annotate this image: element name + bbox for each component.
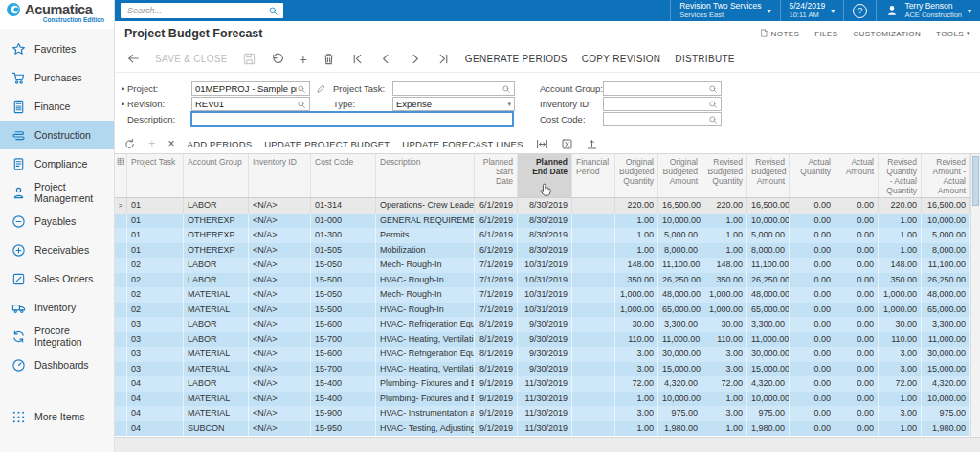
- cell-planned-start-date[interactable]: 6/1/2019: [475, 228, 518, 243]
- column-header-revised-budgeted-amount[interactable]: Revised Budgeted Amount: [747, 154, 790, 197]
- cell-financial-period[interactable]: [572, 347, 615, 362]
- cell-original-budgeted-amount[interactable]: 1,980.00: [658, 421, 702, 437]
- cell-financial-period[interactable]: [572, 376, 615, 392]
- row-selector[interactable]: [115, 362, 127, 377]
- cell-revised-quantity-actual-quantity[interactable]: 110.00: [879, 332, 922, 348]
- cell-revised-quantity-actual-quantity[interactable]: 1.00: [879, 243, 922, 259]
- global-search[interactable]: [121, 3, 283, 18]
- cell-original-budgeted-quantity[interactable]: 3.00: [615, 347, 658, 362]
- column-header-planned-start-date[interactable]: Planned Start Date: [475, 154, 518, 197]
- cell-account-group[interactable]: LABOR: [184, 198, 249, 214]
- table-row[interactable]: 03MATERIAL<N/A>15-600HVAC- Refrigeration…: [115, 347, 970, 362]
- cell-account-group[interactable]: LABOR: [184, 332, 249, 348]
- customization-button[interactable]: CUSTOMIZATION: [853, 30, 921, 38]
- column-header-financial-period[interactable]: Financial Period: [572, 154, 615, 197]
- cell-original-budgeted-amount[interactable]: 3,300.00: [658, 317, 702, 332]
- cost-code-field[interactable]: [603, 112, 722, 126]
- cell-planned-start-date[interactable]: 9/1/2019: [475, 376, 518, 392]
- magnifier-icon[interactable]: [501, 84, 511, 94]
- cell-actual-quantity[interactable]: 0.00: [790, 392, 835, 407]
- cell-actual-amount[interactable]: 0.00: [835, 273, 879, 288]
- cell-planned-start-date[interactable]: 9/1/2019: [475, 392, 518, 407]
- cell-planned-start-date[interactable]: 7/1/2019: [475, 258, 518, 273]
- refresh-icon[interactable]: [123, 138, 136, 150]
- cell-original-budgeted-amount[interactable]: 10,000.00: [658, 214, 702, 229]
- sidebar-item-compliance[interactable]: Compliance: [0, 149, 114, 178]
- cell-description[interactable]: Operations- Crew Leader: [376, 198, 475, 214]
- cell-description[interactable]: Plumbing- Fixtures and Equip...: [376, 376, 475, 392]
- cell-project-task[interactable]: 03: [127, 362, 184, 377]
- table-row[interactable]: 01OTHEREXP<N/A>01-300Permits6/1/20198/30…: [115, 228, 970, 243]
- column-header-planned-end-date[interactable]: Planned End Date: [518, 154, 572, 197]
- cell-revised-budgeted-amount[interactable]: 10,000.00: [747, 392, 790, 407]
- cell-revised-amount-actual-amount[interactable]: 975.00: [922, 406, 970, 421]
- cell-inventory-id[interactable]: <N/A>: [249, 228, 311, 243]
- cell-original-budgeted-amount[interactable]: 65,000.00: [658, 303, 702, 318]
- cell-planned-end-date[interactable]: 9/30/2019: [518, 332, 572, 348]
- row-selector[interactable]: [115, 332, 127, 348]
- cell-description[interactable]: HVAC- Testing, Adjusting, and...: [376, 421, 475, 437]
- cell-revised-quantity-actual-quantity[interactable]: 3.00: [879, 347, 922, 362]
- cell-actual-quantity[interactable]: 0.00: [790, 214, 835, 229]
- table-row[interactable]: 01OTHEREXP<N/A>01-505Mobilization6/1/201…: [115, 243, 970, 259]
- sidebar-item-more-items[interactable]: More Items: [0, 402, 114, 431]
- cell-original-budgeted-quantity[interactable]: 72.00: [615, 376, 658, 392]
- cell-planned-end-date[interactable]: 10/31/2019: [518, 287, 572, 303]
- cell-description[interactable]: HVAC- Heating, Ventilating, an...: [376, 332, 475, 348]
- cell-actual-amount[interactable]: 0.00: [835, 362, 879, 377]
- cell-description[interactable]: Permits: [376, 228, 475, 243]
- cell-cost-code[interactable]: 15-050: [311, 287, 376, 303]
- project-task-field[interactable]: [392, 81, 515, 96]
- column-header-actual-quantity[interactable]: Actual Quantity: [790, 154, 835, 197]
- cell-description[interactable]: GENERAL REQUIREMENTS: [376, 214, 475, 229]
- cell-revised-budgeted-quantity[interactable]: 1.00: [702, 214, 747, 229]
- cell-inventory-id[interactable]: <N/A>: [249, 317, 311, 332]
- user-menu[interactable]: Terry Benson ACE Construction ▾: [876, 0, 980, 21]
- cell-revised-quantity-actual-quantity[interactable]: 72.00: [879, 376, 922, 392]
- cell-original-budgeted-quantity[interactable]: 110.00: [615, 332, 658, 348]
- cell-revised-quantity-actual-quantity[interactable]: 148.00: [879, 258, 922, 273]
- cell-planned-end-date[interactable]: 8/30/2019: [518, 228, 572, 243]
- cell-original-budgeted-amount[interactable]: 4,320.00: [658, 376, 702, 392]
- cell-revised-amount-actual-amount[interactable]: 48,000.00: [922, 287, 970, 303]
- cell-project-task[interactable]: 02: [127, 258, 184, 273]
- cell-cost-code[interactable]: 15-950: [311, 421, 376, 437]
- column-header-original-budgeted-amount[interactable]: Original Budgeted Amount: [658, 154, 702, 197]
- cell-revised-quantity-actual-quantity[interactable]: 1.00: [879, 228, 922, 243]
- cell-planned-end-date[interactable]: 11/30/2019: [518, 421, 572, 437]
- cell-cost-code[interactable]: 15-500: [311, 303, 376, 318]
- cell-project-task[interactable]: 01: [127, 214, 184, 229]
- files-button[interactable]: FILES: [814, 30, 837, 38]
- sidebar-item-receivables[interactable]: Receivables: [0, 236, 114, 264]
- cell-financial-period[interactable]: [572, 258, 615, 273]
- cell-revised-budgeted-amount[interactable]: 30,000.00: [747, 347, 790, 362]
- row-selector[interactable]: [115, 287, 127, 303]
- cell-cost-code[interactable]: 15-400: [311, 376, 376, 392]
- cell-description[interactable]: HVAC- Refrigeration Equipment: [376, 317, 475, 332]
- cell-actual-amount[interactable]: 0.00: [835, 287, 879, 303]
- cell-revised-quantity-actual-quantity[interactable]: 30.00: [879, 317, 922, 332]
- cell-inventory-id[interactable]: <N/A>: [249, 392, 311, 407]
- cell-cost-code[interactable]: 01-505: [311, 243, 376, 259]
- cell-revised-budgeted-quantity[interactable]: 110.00: [702, 332, 747, 348]
- add-periods-button[interactable]: ADD PERIODS: [188, 139, 253, 149]
- cell-account-group[interactable]: MATERIAL: [184, 347, 249, 362]
- sidebar-item-purchases[interactable]: Purchases: [0, 63, 114, 92]
- fit-width-icon[interactable]: [536, 138, 548, 150]
- cell-planned-start-date[interactable]: 8/1/2019: [475, 362, 518, 377]
- cell-revised-amount-actual-amount[interactable]: 3,300.00: [922, 317, 970, 332]
- cell-revised-budgeted-amount[interactable]: 975.00: [747, 406, 790, 421]
- row-selector[interactable]: [115, 214, 127, 229]
- cell-actual-quantity[interactable]: 0.00: [790, 421, 835, 437]
- cell-planned-end-date[interactable]: 9/30/2019: [518, 317, 572, 332]
- cell-original-budgeted-quantity[interactable]: 1,000.00: [615, 287, 658, 303]
- cell-financial-period[interactable]: [572, 362, 615, 377]
- cell-revised-budgeted-quantity[interactable]: 220.00: [702, 198, 747, 214]
- cell-actual-quantity[interactable]: 0.00: [790, 303, 835, 318]
- company-selector[interactable]: Revision Two Services Services East ▾: [670, 0, 779, 21]
- cell-revised-amount-actual-amount[interactable]: 5,000.00: [922, 228, 970, 243]
- cell-actual-quantity[interactable]: 0.00: [790, 317, 835, 332]
- cell-planned-start-date[interactable]: 8/1/2019: [475, 332, 518, 348]
- cell-actual-amount[interactable]: 0.00: [835, 347, 879, 362]
- cell-cost-code[interactable]: 01-300: [311, 228, 376, 243]
